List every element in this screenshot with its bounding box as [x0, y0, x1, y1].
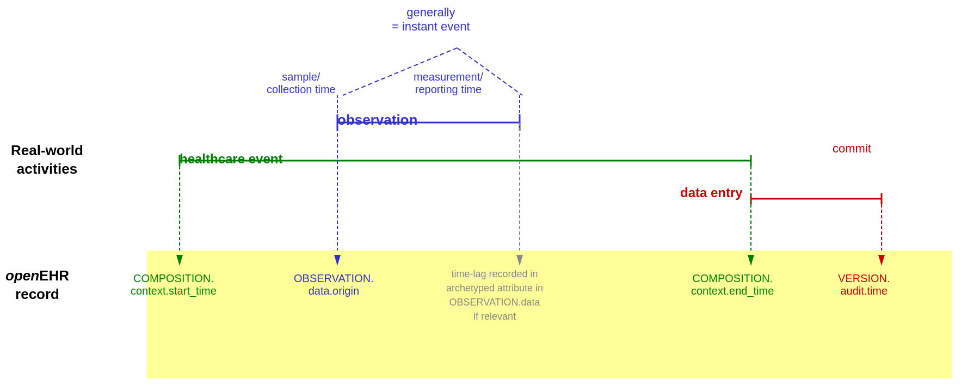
real-world-activities-label: Real-world activities	[11, 142, 83, 179]
openehr-record-box	[147, 250, 952, 378]
observation-label: observation	[337, 112, 417, 129]
openehr-record-label: openEHR record	[5, 267, 69, 304]
timelag-label: time-lag recorded in archetyped attribut…	[446, 267, 543, 323]
sample-collection-label: sample/ sample/ collection time collecti…	[267, 71, 336, 96]
observation-data-origin-label: OBSERVATION. data.origin	[294, 272, 374, 297]
commit-label: commit	[833, 142, 871, 156]
version-audit-time-label: VERSION. audit.time	[838, 272, 890, 297]
data-entry-label: data entry	[680, 185, 743, 200]
measurement-reporting-label: measurement/ reporting time	[414, 71, 483, 96]
generally-label: generally = instant event	[392, 5, 470, 34]
composition-start-time-label: COMPOSITION. context.start_time	[131, 272, 217, 297]
healthcare-event-label: healthcare event	[180, 151, 282, 167]
composition-end-time-label: COMPOSITION. context.end_time	[691, 272, 774, 297]
diagram: generally = instant event sample/ sample…	[0, 0, 980, 385]
